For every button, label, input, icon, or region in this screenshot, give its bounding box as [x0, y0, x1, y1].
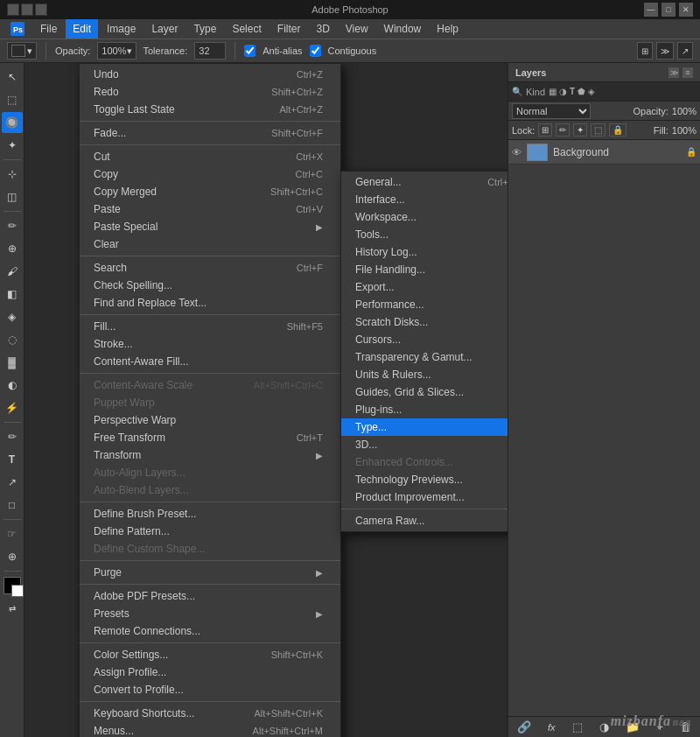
- brush-tool[interactable]: 🖌: [2, 261, 23, 282]
- smart-object-icon[interactable]: ◈: [588, 87, 595, 96]
- pref-performance[interactable]: Performance...: [341, 296, 508, 313]
- pref-workspace[interactable]: Workspace...: [341, 208, 508, 226]
- pref-type[interactable]: Type... 👆: [341, 418, 508, 436]
- contiguous-checkbox[interactable]: [310, 42, 321, 60]
- pixel-layer-icon[interactable]: ▦: [549, 87, 556, 96]
- menu-pdf-presets[interactable]: Adobe PDF Presets...: [80, 587, 340, 605]
- menu-image[interactable]: Image: [100, 19, 143, 39]
- swap-colors-tool[interactable]: ⇄: [2, 598, 23, 619]
- pref-history-log[interactable]: History Log...: [341, 243, 508, 261]
- blend-mode-select[interactable]: Normal Multiply Screen: [512, 103, 591, 119]
- menu-transform[interactable]: Transform ▶: [80, 446, 340, 464]
- menu-remote-connections[interactable]: Remote Connections...: [80, 622, 340, 640]
- maximize-button[interactable]: □: [662, 3, 676, 17]
- menu-toggle-last-state[interactable]: Toggle Last State Alt+Ctrl+Z: [80, 101, 340, 118]
- pref-units-rulers[interactable]: Units & Rulers...: [341, 366, 508, 383]
- pref-export[interactable]: Export...: [341, 278, 508, 296]
- menu-auto-align[interactable]: Auto-Align Layers...: [80, 464, 340, 481]
- sample-size-btn[interactable]: ⊞: [637, 42, 653, 60]
- move-tool[interactable]: ↖: [2, 67, 23, 88]
- menu-search[interactable]: Search Ctrl+F: [80, 259, 340, 277]
- menu-content-aware-scale[interactable]: Content-Aware Scale Alt+Shift+Ctrl+C: [80, 376, 340, 394]
- menu-content-aware-fill[interactable]: Content-Aware Fill...: [80, 353, 340, 370]
- menu-copy-merged[interactable]: Copy Merged Shift+Ctrl+C: [80, 183, 340, 200]
- lock-position-btn[interactable]: ✦: [573, 123, 587, 137]
- menu-fade[interactable]: Fade... Shift+Ctrl+F: [80, 124, 340, 142]
- menu-help[interactable]: Help: [430, 19, 466, 39]
- menu-paste[interactable]: Paste Ctrl+V: [80, 200, 340, 218]
- menu-3d[interactable]: 3D: [309, 19, 336, 39]
- menu-puppet-warp[interactable]: Puppet Warp: [80, 394, 340, 411]
- type-tool[interactable]: T: [2, 449, 23, 470]
- hand-tool[interactable]: ☞: [2, 523, 23, 544]
- rectangle-tool[interactable]: □: [2, 495, 23, 516]
- menu-fill[interactable]: Fill... Shift+F5: [80, 318, 340, 335]
- pref-general[interactable]: General... Ctrl+K: [341, 173, 508, 191]
- pref-transparency-gamut[interactable]: Transparency & Gamut...: [341, 348, 508, 366]
- menu-convert-profile[interactable]: Convert to Profile...: [80, 681, 340, 698]
- pref-enhanced-controls[interactable]: Enhanced Controls...: [341, 453, 508, 471]
- rectangular-marquee-tool[interactable]: ⬚: [2, 89, 23, 110]
- path-selection-tool[interactable]: ↗: [2, 472, 23, 493]
- pref-product-improvement[interactable]: Product Improvement...: [341, 488, 508, 506]
- blur-tool[interactable]: ◐: [2, 375, 23, 396]
- expand-panel-btn[interactable]: ≫: [656, 42, 674, 60]
- pref-camera-raw[interactable]: Camera Raw...: [341, 512, 508, 530]
- menu-menus[interactable]: Menus... Alt+Shift+Ctrl+M: [80, 722, 340, 737]
- menu-filter[interactable]: Filter: [270, 19, 308, 39]
- menu-assign-profile[interactable]: Assign Profile...: [80, 663, 340, 681]
- pen-tool[interactable]: ✏: [2, 426, 23, 447]
- crop-tool[interactable]: ⊹: [2, 164, 23, 185]
- link-layers-btn[interactable]: 🔗: [517, 720, 531, 733]
- share-btn[interactable]: ↗: [677, 42, 693, 60]
- slice-tool[interactable]: ◫: [2, 186, 23, 207]
- pref-plugins[interactable]: Plug-ins...: [341, 401, 508, 418]
- pref-file-handling[interactable]: File Handling...: [341, 261, 508, 278]
- lock-artboard-btn[interactable]: ⬚: [591, 123, 606, 137]
- layer-background[interactable]: 👁 Background 🔒: [508, 140, 700, 165]
- eraser-tool[interactable]: ◌: [2, 329, 23, 350]
- menu-layer[interactable]: Layer: [144, 19, 185, 39]
- pref-tech-previews[interactable]: Technology Previews...: [341, 471, 508, 488]
- minimize-button[interactable]: —: [644, 3, 658, 17]
- menu-find-replace[interactable]: Find and Replace Text...: [80, 294, 340, 312]
- layer-visibility-icon[interactable]: 👁: [512, 147, 522, 158]
- pref-3d[interactable]: 3D...: [341, 436, 508, 453]
- menu-stroke[interactable]: Stroke...: [80, 335, 340, 353]
- opacity-value-display[interactable]: 100%: [672, 106, 696, 116]
- zoom-tool[interactable]: ⊕: [2, 546, 23, 567]
- pref-scratch-disks[interactable]: Scratch Disks...: [341, 313, 508, 331]
- menu-keyboard-shortcuts[interactable]: Keyboard Shortcuts... Alt+Shift+Ctrl+K: [80, 705, 340, 722]
- menu-window[interactable]: Window: [377, 19, 429, 39]
- menu-edit[interactable]: Edit: [66, 19, 98, 39]
- healing-tool[interactable]: ⊕: [2, 238, 23, 259]
- menu-define-brush[interactable]: Define Brush Preset...: [80, 505, 340, 523]
- add-adjustment-btn[interactable]: ◑: [599, 720, 609, 733]
- menu-presets[interactable]: Presets ▶: [80, 605, 340, 622]
- clone-tool[interactable]: ◧: [2, 284, 23, 305]
- tolerance-input[interactable]: [194, 42, 226, 60]
- fx-btn[interactable]: fx: [548, 722, 556, 733]
- menu-ps[interactable]: Ps: [4, 19, 32, 39]
- menu-auto-blend[interactable]: Auto-Blend Layers...: [80, 481, 340, 499]
- pref-interface[interactable]: Interface...: [341, 191, 508, 208]
- menu-redo[interactable]: Redo Shift+Ctrl+Z: [80, 83, 340, 101]
- menu-clear[interactable]: Clear: [80, 235, 340, 253]
- type-layer-icon[interactable]: T: [570, 87, 575, 96]
- mode-selector[interactable]: ▾: [7, 42, 37, 60]
- lasso-tool[interactable]: 🔘: [2, 112, 23, 133]
- menu-free-transform[interactable]: Free Transform Ctrl+T: [80, 429, 340, 446]
- add-mask-btn[interactable]: ⬚: [572, 720, 583, 733]
- opacity-value[interactable]: 100% ▾: [97, 42, 136, 60]
- menu-undo[interactable]: Undo Ctrl+Z: [80, 66, 340, 83]
- close-button[interactable]: ✕: [679, 3, 693, 17]
- adjustment-layer-icon[interactable]: ◑: [559, 87, 567, 96]
- menu-perspective-warp[interactable]: Perspective Warp: [80, 411, 340, 429]
- history-brush-tool[interactable]: ◈: [2, 306, 23, 327]
- menu-paste-special[interactable]: Paste Special ▶: [80, 218, 340, 235]
- menu-check-spelling[interactable]: Check Spelling...: [80, 277, 340, 294]
- pref-cursors[interactable]: Cursors...: [341, 331, 508, 348]
- quick-selection-tool[interactable]: ✦: [2, 135, 23, 156]
- menu-define-pattern[interactable]: Define Pattern...: [80, 523, 340, 540]
- lock-brush-btn[interactable]: ✏: [556, 123, 570, 137]
